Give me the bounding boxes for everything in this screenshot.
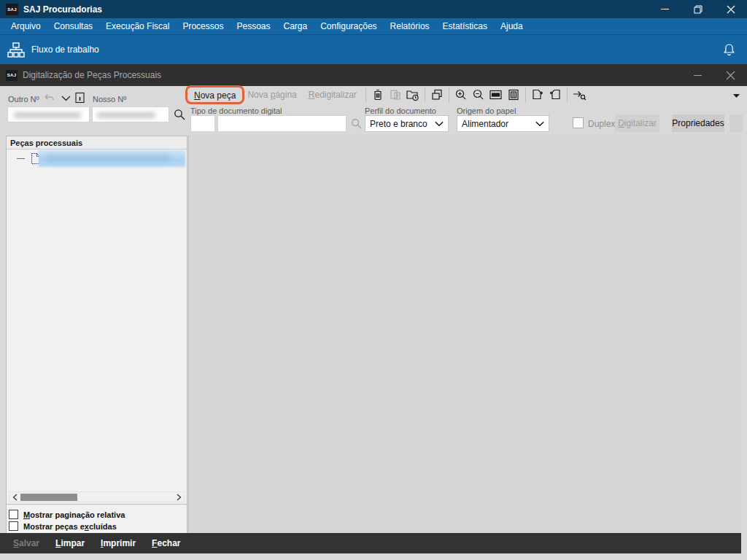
origem-papel-label: Origem do papel	[457, 106, 516, 115]
menu-relatorios[interactable]: Relatórios	[384, 18, 436, 34]
history-button[interactable]	[405, 87, 421, 103]
minimize-icon	[661, 5, 669, 13]
menu-estatisticas[interactable]: Estatísticas	[436, 18, 494, 34]
extra-options-button[interactable]	[729, 114, 743, 132]
app-title: SAJ Procuradorias	[23, 4, 102, 15]
origem-papel-select[interactable]: Alimentador	[457, 115, 549, 132]
menu-execucao-fiscal[interactable]: Execução Fiscal	[99, 18, 176, 34]
paste-page-icon	[389, 88, 402, 101]
app-titlebar: SAJ SAJ Procuradorias	[0, 0, 747, 18]
menu-ajuda[interactable]: Ajuda	[494, 18, 530, 34]
zoom-out-icon	[472, 88, 485, 101]
copy-pages-button[interactable]	[429, 87, 445, 103]
undo-button[interactable]	[43, 93, 54, 104]
tipo-documento-nome-input[interactable]	[217, 115, 347, 132]
workflow-icon	[7, 42, 25, 58]
menu-arquivo[interactable]: Arquivo	[4, 18, 47, 34]
tipo-documento-label: Tipo de documento digital	[190, 106, 282, 115]
menu-configuracoes[interactable]: Configurações	[314, 18, 383, 34]
scroll-left-icon[interactable]	[9, 492, 20, 502]
delete-button[interactable]	[370, 87, 386, 103]
nova-peca-button[interactable]: Nova peça	[188, 88, 241, 104]
mostrar-paginacao-checkbox[interactable]	[9, 510, 18, 519]
redigitalizar-button[interactable]: Redigitalizar	[303, 87, 363, 103]
search-icon	[351, 118, 362, 129]
dialog-toolbar: Nova peça Nova página Redigitalizar	[188, 85, 734, 105]
nova-pagina-button[interactable]: Nova página	[241, 87, 302, 103]
copy-pages-icon	[430, 88, 444, 101]
dialog-footer: Salvar Limpar Imprimir Fechar	[0, 533, 741, 553]
rotate-page-prev-button[interactable]	[547, 87, 563, 103]
process-info-button[interactable]	[75, 92, 85, 104]
tipo-documento-search-button[interactable]	[351, 118, 362, 129]
notifications-button[interactable]	[723, 43, 747, 57]
close-icon	[726, 71, 735, 80]
selected-piece-item[interactable]	[39, 150, 185, 167]
fit-width-button[interactable]	[488, 87, 504, 103]
limpar-button[interactable]: Limpar	[53, 538, 88, 548]
digitalizar-button[interactable]: Digitalizar	[615, 114, 659, 132]
scroll-right-icon[interactable]	[174, 492, 184, 502]
restore-icon	[694, 5, 703, 14]
preview-canvas	[188, 135, 741, 533]
toolbar-overflow-button[interactable]	[733, 94, 740, 98]
dialog-titlebar: SAJ Digitalização de Peças Processuais	[0, 64, 747, 86]
close-button[interactable]	[714, 0, 747, 18]
number-history-dropdown[interactable]	[61, 96, 71, 101]
info-doc-icon	[75, 92, 85, 104]
minimize-button[interactable]	[649, 0, 681, 18]
display-options-area: Mostrar paginação relativa Mostrar peças…	[6, 505, 187, 533]
rotate-page-prev-icon	[549, 88, 562, 101]
mostrar-excluidas-checkbox[interactable]	[9, 521, 18, 531]
menu-pessoas[interactable]: Pessoas	[230, 18, 276, 34]
perfil-documento-select[interactable]: Preto e branco	[365, 115, 449, 132]
scan-verify-icon	[572, 88, 587, 101]
close-icon	[727, 5, 735, 14]
duplex-checkbox[interactable]	[573, 117, 584, 128]
menu-processos[interactable]: Processos	[176, 18, 230, 34]
zoom-out-button[interactable]	[471, 87, 487, 103]
workflow-button[interactable]: Fluxo de trabalho	[0, 35, 107, 64]
fit-page-button[interactable]	[506, 87, 522, 103]
nosso-numero-input[interactable]	[92, 106, 169, 122]
minimize-icon	[694, 71, 702, 79]
zoom-in-button[interactable]	[453, 87, 469, 103]
menu-carga[interactable]: Carga	[277, 18, 314, 34]
salvar-button[interactable]: Salvar	[10, 538, 42, 548]
mostrar-excluidas-label: Mostrar peças excluídas	[23, 522, 117, 531]
propriedades-button[interactable]: Propriedades	[672, 114, 724, 132]
scan-verify-button[interactable]	[571, 87, 587, 103]
pecas-panel: Peças processuais	[6, 136, 187, 505]
perfil-documento-label: Perfil do documento	[365, 106, 436, 115]
pecas-panel-title: Peças processuais	[10, 139, 82, 147]
chevron-down-icon	[535, 121, 544, 127]
undo-icon	[43, 93, 54, 104]
rotate-page-next-button[interactable]	[530, 87, 546, 103]
tree-row[interactable]	[7, 150, 187, 167]
dialog-title: Digitalização de Peças Processuais	[23, 70, 161, 80]
folder-clock-icon	[406, 88, 419, 101]
perfil-documento-value: Preto e branco	[370, 119, 427, 129]
workflow-label: Fluxo de trabalho	[31, 44, 99, 55]
toolbar-overflow-icon	[733, 94, 740, 98]
outro-numero-input[interactable]	[7, 106, 90, 122]
scrollbar-thumb[interactable]	[20, 494, 77, 501]
tree-expander-icon[interactable]	[17, 158, 25, 160]
trash-icon	[371, 88, 384, 101]
tipo-documento-codigo-input[interactable]	[190, 115, 215, 132]
imprimir-button[interactable]: Imprimir	[98, 538, 139, 548]
duplex-label: Duplex	[588, 119, 615, 129]
horizontal-scrollbar[interactable]	[9, 491, 185, 502]
nosso-numero-label: Nosso Nº	[93, 95, 126, 104]
move-page-button[interactable]	[387, 87, 403, 103]
search-icon	[174, 109, 185, 120]
dialog-minimize-button[interactable]	[681, 64, 714, 86]
saj-logo: SAJ	[6, 4, 18, 15]
dialog-close-button[interactable]	[714, 64, 747, 86]
fechar-button[interactable]: Fechar	[149, 538, 183, 548]
fit-width-icon	[489, 88, 503, 101]
restore-button[interactable]	[681, 0, 714, 18]
menu-consultas[interactable]: Consultas	[47, 18, 99, 34]
chevron-down-icon	[61, 96, 71, 101]
search-process-button[interactable]	[174, 109, 185, 120]
